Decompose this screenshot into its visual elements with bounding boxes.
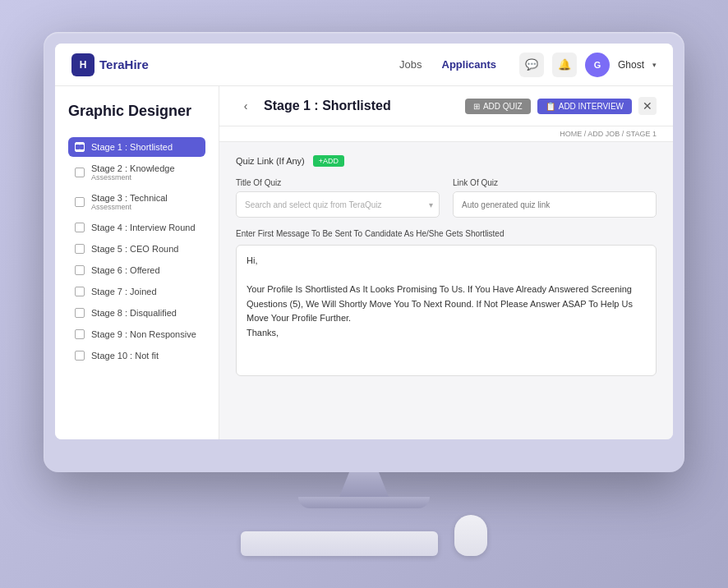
stage-checkbox xyxy=(75,287,85,296)
link-of-quiz-label: Link Of Quiz xyxy=(453,178,657,187)
quiz-link-label: Quiz Link (If Any) xyxy=(236,156,305,166)
stage-name-wrap: Stage 8 : Disqualified xyxy=(91,308,177,318)
stage-label: Stage 1 : Shortlisted xyxy=(91,142,173,152)
add-quiz-button[interactable]: ⊞ ADD QUIZ xyxy=(465,99,531,114)
header-actions: ⊞ ADD QUIZ 📋 ADD INTERVIEW ✕ xyxy=(465,97,657,115)
form-content: Quiz Link (If Any) +ADD Title Of Quiz Se… xyxy=(219,142,673,393)
link-of-quiz-group: Link Of Quiz xyxy=(453,178,657,218)
stage-item[interactable]: Stage 4 : Interview Round xyxy=(68,218,205,237)
main-layout: Graphic Designer Stage 1 : Shortlisted S… xyxy=(55,86,673,439)
stage-item[interactable]: Stage 3 : Technical Assessment xyxy=(68,188,205,216)
stage-checkbox xyxy=(75,308,85,318)
stage-item[interactable]: Stage 8 : Disqualified xyxy=(68,303,205,323)
stage-name-wrap: Stage 7 : Joined xyxy=(91,287,157,296)
stand-neck xyxy=(339,472,389,497)
stage-name-wrap: Stage 2 : Knowledge Assessment xyxy=(91,163,175,181)
stage-label: Stage 5 : CEO Round xyxy=(91,244,178,254)
stage-item[interactable]: Stage 5 : CEO Round xyxy=(68,239,205,259)
keyboard xyxy=(241,531,438,556)
stage-title: Stage 1 : Shortlisted xyxy=(264,99,465,113)
nav-links: Jobs Applicants xyxy=(399,58,496,71)
stage-name-wrap: Stage 6 : Offered xyxy=(91,265,160,275)
stage-name-wrap: Stage 3 : Technical Assessment xyxy=(91,193,168,211)
navbar: H TeraHire Jobs Applicants 💬 🔔 G Ghost xyxy=(55,44,673,86)
stand-base xyxy=(298,497,430,508)
chevron-down-icon: ▾ xyxy=(652,61,657,69)
bell-icon: 🔔 xyxy=(558,58,571,71)
stage-item[interactable]: Stage 6 : Offered xyxy=(68,260,205,280)
stage-sub: Assessment xyxy=(91,203,168,211)
stage-name-wrap: Stage 10 : Not fit xyxy=(91,351,159,361)
quiz-fields-row: Title Of Quiz Search and select quiz fro… xyxy=(236,178,657,218)
sidebar-title: Graphic Designer xyxy=(68,103,205,121)
stage-checkbox xyxy=(75,265,85,275)
close-button[interactable]: ✕ xyxy=(638,97,657,115)
app-name: TeraHire xyxy=(99,57,149,71)
breadcrumb-path: HOME / ADD JOB / STAGE 1 xyxy=(560,130,657,138)
stage-checkbox xyxy=(75,142,85,152)
stage-item[interactable]: Stage 7 : Joined xyxy=(68,282,205,301)
chat-icon-btn[interactable]: 💬 xyxy=(519,53,544,77)
stage-label: Stage 6 : Offered xyxy=(91,265,160,275)
stage-label: Stage 2 : Knowledge xyxy=(91,163,175,173)
title-of-quiz-label: Title Of Quiz xyxy=(236,178,440,187)
add-quiz-label: ADD QUIZ xyxy=(483,102,523,111)
stage-header: ‹ Stage 1 : Shortlisted ⊞ ADD QUIZ 📋 ADD… xyxy=(219,86,673,126)
stage-item[interactable]: Stage 1 : Shortlisted xyxy=(68,137,205,157)
bell-icon-btn[interactable]: 🔔 xyxy=(552,53,577,77)
stage-checkbox xyxy=(75,329,85,339)
content-area: ‹ Stage 1 : Shortlisted ⊞ ADD QUIZ 📋 ADD… xyxy=(219,86,673,439)
stage-label: Stage 9 : Non Responsive xyxy=(91,329,196,339)
stage-label: Stage 10 : Not fit xyxy=(91,351,159,361)
message-textarea[interactable] xyxy=(236,245,657,376)
title-of-quiz-group: Title Of Quiz Search and select quiz fro… xyxy=(236,178,440,218)
stage-checkbox xyxy=(75,351,85,361)
stage-name-wrap: Stage 4 : Interview Round xyxy=(91,223,196,232)
stage-item[interactable]: Stage 10 : Not fit xyxy=(68,346,205,365)
add-interview-icon: 📋 xyxy=(546,102,555,111)
stage-checkbox xyxy=(75,168,85,177)
stage-name-wrap: Stage 1 : Shortlisted xyxy=(91,142,173,152)
title-of-quiz-select-wrap: Search and select quiz from TeraQuiz ▾ xyxy=(236,191,440,218)
user-name: Ghost xyxy=(618,59,644,71)
logo-icon: H xyxy=(71,53,94,76)
add-quiz-icon: ⊞ xyxy=(473,102,480,111)
add-interview-button[interactable]: 📋 ADD INTERVIEW xyxy=(537,99,632,114)
nav-jobs[interactable]: Jobs xyxy=(399,58,422,71)
stage-label: Stage 4 : Interview Round xyxy=(91,223,196,232)
title-of-quiz-select[interactable]: Search and select quiz from TeraQuiz xyxy=(236,191,440,218)
message-label: Enter First Message To Be Sent To Candid… xyxy=(236,229,657,238)
nav-applicants[interactable]: Applicants xyxy=(442,58,496,71)
add-interview-label: ADD INTERVIEW xyxy=(559,102,624,111)
chat-icon: 💬 xyxy=(525,58,538,71)
nav-icons: 💬 🔔 G Ghost ▾ xyxy=(519,53,657,77)
stage-label: Stage 8 : Disqualified xyxy=(91,308,177,318)
stage-item[interactable]: Stage 2 : Knowledge Assessment xyxy=(68,158,205,186)
stage-checkbox xyxy=(75,223,85,232)
stage-checkbox xyxy=(75,197,85,207)
link-of-quiz-input[interactable] xyxy=(453,191,657,218)
back-button[interactable]: ‹ xyxy=(236,96,256,116)
stage-label: Stage 7 : Joined xyxy=(91,287,157,296)
sidebar: Graphic Designer Stage 1 : Shortlisted S… xyxy=(55,86,219,439)
peripherals xyxy=(241,515,487,556)
mouse xyxy=(454,515,487,556)
stage-checkbox xyxy=(75,244,85,254)
quiz-link-row: Quiz Link (If Any) +ADD xyxy=(236,155,657,167)
stage-label: Stage 3 : Technical xyxy=(91,193,168,203)
add-badge[interactable]: +ADD xyxy=(313,155,344,167)
stage-list: Stage 1 : Shortlisted Stage 2 : Knowledg… xyxy=(68,137,205,365)
monitor-stand xyxy=(298,472,430,508)
logo-area: H TeraHire xyxy=(71,53,386,76)
stage-sub: Assessment xyxy=(91,173,175,181)
stage-name-wrap: Stage 5 : CEO Round xyxy=(91,244,178,254)
stage-item[interactable]: Stage 9 : Non Responsive xyxy=(68,324,205,344)
avatar[interactable]: G xyxy=(585,53,610,77)
stage-name-wrap: Stage 9 : Non Responsive xyxy=(91,329,196,339)
breadcrumb: HOME / ADD JOB / STAGE 1 xyxy=(219,126,673,142)
